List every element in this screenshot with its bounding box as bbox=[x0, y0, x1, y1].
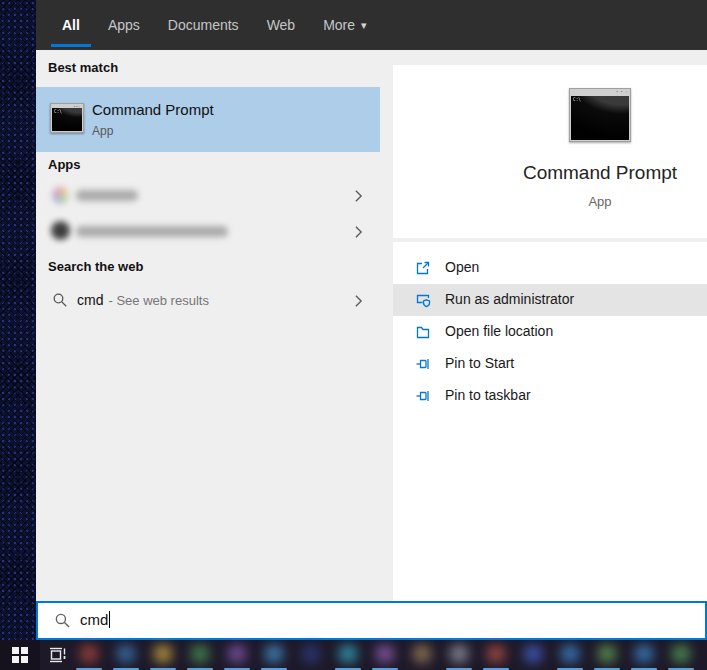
folder-icon bbox=[415, 324, 431, 340]
taskbar-app-icon-blurred[interactable] bbox=[557, 642, 583, 668]
tab-label: Apps bbox=[108, 17, 140, 33]
tab-label: All bbox=[62, 17, 80, 33]
app-preview-card: ▪ ▪ ▫ C:\_ Command Prompt App bbox=[393, 65, 707, 238]
action-label: Open file location bbox=[445, 323, 553, 339]
taskbar-app-icon-blurred[interactable] bbox=[372, 642, 398, 668]
search-icon bbox=[52, 292, 68, 308]
preview-panel: ▪ ▪ ▫ C:\_ Command Prompt App OpenRun as… bbox=[380, 50, 707, 601]
app-actions-card: OpenRun as administratorOpen file locati… bbox=[393, 242, 707, 601]
taskbar bbox=[0, 640, 707, 670]
best-match-title: Command Prompt bbox=[92, 101, 214, 118]
chevron-right-icon[interactable] bbox=[354, 189, 363, 203]
taskbar-app-icon-blurred[interactable] bbox=[113, 642, 139, 668]
taskbar-app-icon-blurred[interactable] bbox=[224, 642, 250, 668]
tab-label: Documents bbox=[168, 17, 239, 33]
blurred-colorful-app-icon bbox=[52, 187, 69, 204]
task-view-icon bbox=[48, 646, 68, 664]
search-input[interactable]: cmd bbox=[36, 601, 707, 640]
action-open[interactable]: Open bbox=[393, 252, 707, 284]
windows-search-screen: { "accent_color": "#0078d7", "header": {… bbox=[0, 0, 707, 670]
chevron-down-icon: ▾ bbox=[361, 19, 367, 32]
run-as-admin-shield-icon bbox=[415, 292, 431, 308]
tab-documents[interactable]: Documents bbox=[154, 0, 253, 50]
web-search-result[interactable]: cmd- See web results bbox=[36, 283, 380, 318]
action-run-as-administrator[interactable]: Run as administrator bbox=[393, 284, 707, 316]
results-panel: Best match ▪▪▫ C:\_ Command Prompt App A… bbox=[36, 50, 380, 601]
app-result-redacted[interactable] bbox=[36, 178, 380, 213]
taskbar-app-icon-blurred[interactable] bbox=[409, 642, 435, 668]
best-match-subtitle: App bbox=[92, 124, 113, 138]
chevron-right-icon[interactable] bbox=[354, 294, 363, 308]
taskbar-app-icon-blurred[interactable] bbox=[446, 642, 472, 668]
command-prompt-icon: ▪▪▫ C:\_ bbox=[50, 103, 84, 133]
web-search-hint: - See web results bbox=[108, 293, 208, 308]
action-label: Open bbox=[445, 259, 479, 275]
preview-app-title: Command Prompt bbox=[493, 162, 707, 184]
action-open-file-location[interactable]: Open file location bbox=[393, 316, 707, 348]
taskbar-app-icon-blurred[interactable] bbox=[520, 642, 546, 668]
tab-label: More bbox=[323, 17, 355, 33]
tab-web[interactable]: Web bbox=[253, 0, 310, 50]
tab-more[interactable]: More▾ bbox=[309, 0, 380, 50]
best-match-section-label: Best match bbox=[48, 60, 118, 75]
desktop-wallpaper bbox=[0, 0, 36, 640]
taskbar-app-icon-blurred[interactable] bbox=[631, 642, 657, 668]
taskbar-app-icon-blurred[interactable] bbox=[187, 642, 213, 668]
chevron-right-icon[interactable] bbox=[354, 225, 363, 239]
action-label: Pin to taskbar bbox=[445, 387, 531, 403]
pin-icon bbox=[415, 356, 431, 372]
result-filter-tabs: AllAppsDocumentsWebMore▾ bbox=[36, 0, 707, 50]
taskbar-app-icon-blurred[interactable] bbox=[483, 642, 509, 668]
action-pin-to-start[interactable]: Pin to Start bbox=[393, 348, 707, 380]
action-pin-to-taskbar[interactable]: Pin to taskbar bbox=[393, 380, 707, 412]
blurred-dark-app-icon bbox=[51, 221, 70, 240]
apps-section-label: Apps bbox=[48, 157, 81, 172]
windows-logo-icon bbox=[12, 647, 28, 663]
tab-all[interactable]: All bbox=[48, 0, 94, 50]
taskbar-app-icon-blurred[interactable] bbox=[298, 642, 324, 668]
search-header: AllAppsDocumentsWebMore▾ bbox=[36, 0, 707, 50]
pin-icon bbox=[415, 388, 431, 404]
tab-apps[interactable]: Apps bbox=[94, 0, 154, 50]
preview-app-subtitle: App bbox=[493, 194, 707, 209]
taskbar-app-icon-blurred[interactable] bbox=[76, 642, 102, 668]
open-icon bbox=[415, 260, 431, 276]
task-view-button[interactable] bbox=[40, 640, 76, 670]
action-label: Run as administrator bbox=[445, 291, 574, 307]
search-icon bbox=[54, 612, 71, 629]
active-tab-indicator bbox=[51, 44, 91, 47]
windows-start-button[interactable] bbox=[0, 640, 40, 670]
best-match-result[interactable]: ▪▪▫ C:\_ Command Prompt App bbox=[36, 87, 380, 152]
search-query-text: cmd bbox=[80, 611, 108, 628]
command-prompt-icon-large: ▪ ▪ ▫ C:\_ bbox=[569, 88, 631, 142]
web-search-query: cmd bbox=[77, 292, 103, 308]
redacted-app-label bbox=[76, 190, 138, 201]
taskbar-app-icon-blurred[interactable] bbox=[594, 642, 620, 668]
taskbar-app-icon-blurred[interactable] bbox=[150, 642, 176, 668]
search-web-section-label: Search the web bbox=[48, 259, 143, 274]
taskbar-app-icon-blurred[interactable] bbox=[335, 642, 361, 668]
taskbar-app-icon-blurred[interactable] bbox=[668, 642, 694, 668]
app-result-redacted[interactable] bbox=[36, 214, 380, 249]
text-caret bbox=[109, 611, 110, 628]
tab-label: Web bbox=[267, 17, 296, 33]
redacted-app-label bbox=[76, 226, 228, 237]
taskbar-app-icon-blurred[interactable] bbox=[261, 642, 287, 668]
action-label: Pin to Start bbox=[445, 355, 514, 371]
